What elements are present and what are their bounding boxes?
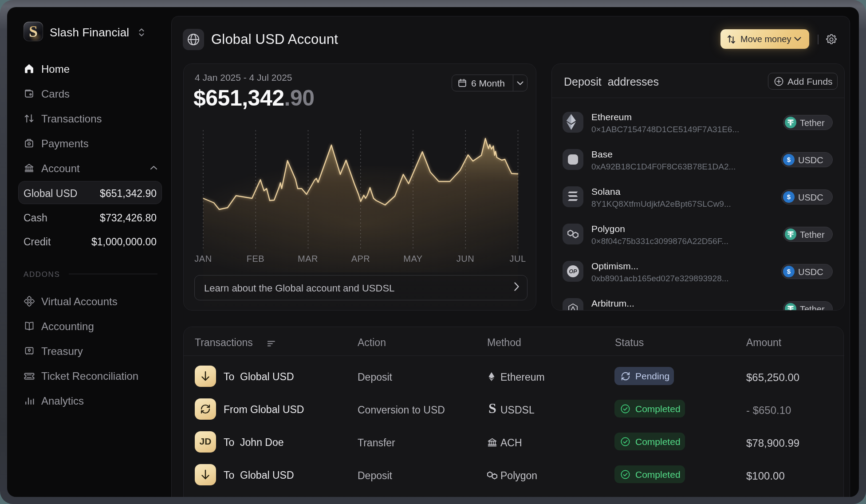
- svg-text:JUL: JUL: [509, 254, 526, 264]
- svg-text:OP: OP: [569, 268, 578, 275]
- svg-text:JAN: JAN: [194, 254, 212, 264]
- svg-text:$: $: [787, 268, 791, 275]
- svg-text:APR: APR: [351, 254, 370, 264]
- svg-text:JUN: JUN: [457, 254, 474, 264]
- svg-text:MAY: MAY: [403, 254, 422, 264]
- svg-text:$: $: [787, 156, 791, 163]
- svg-text:MAR: MAR: [298, 254, 318, 264]
- svg-text:FEB: FEB: [247, 254, 264, 264]
- svg-text:$: $: [787, 193, 791, 201]
